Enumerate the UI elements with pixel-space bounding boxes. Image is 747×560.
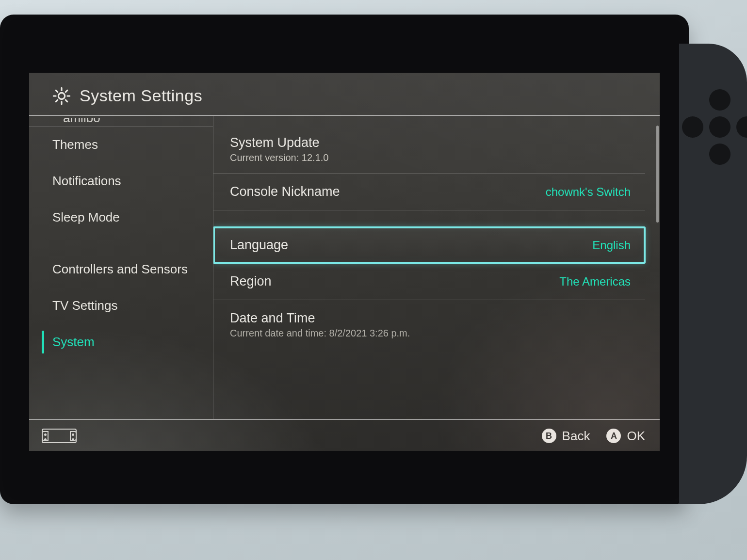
row-system-update-subtext: Current version: 12.1.0 <box>213 152 645 174</box>
header: System Settings <box>29 73 660 116</box>
row-console-nickname[interactable]: Console Nickname chownk's Switch <box>213 174 645 210</box>
main-panel: System Update Current version: 12.1.0 Co… <box>213 116 660 419</box>
row-label: Console Nickname <box>230 184 340 199</box>
scrollbar[interactable] <box>656 126 659 223</box>
footer: B Back A OK <box>29 419 660 451</box>
svg-line-5 <box>56 90 57 92</box>
sidebar-item-system[interactable]: System <box>29 324 213 360</box>
row-label: System Update <box>230 135 320 150</box>
sidebar-item-label: Sleep Mode <box>52 210 120 224</box>
sidebar-item-themes[interactable]: Themes <box>29 127 213 163</box>
svg-point-0 <box>58 93 65 99</box>
row-value: chownk's Switch <box>546 185 631 199</box>
ok-label: OK <box>627 429 645 444</box>
row-label: Date and Time <box>230 311 315 326</box>
ok-button[interactable]: A OK <box>606 429 645 444</box>
sidebar-item-controllers-and-sensors[interactable]: Controllers and Sensors <box>29 251 213 288</box>
sidebar-item-label: System <box>52 335 95 349</box>
back-button[interactable]: B Back <box>542 429 590 444</box>
row-language[interactable]: Language English <box>213 227 645 263</box>
a-button-icon: A <box>606 429 621 443</box>
back-label: Back <box>562 429 590 444</box>
b-button-icon: B <box>542 429 556 443</box>
sidebar-item-sleep-mode[interactable]: Sleep Mode <box>29 199 213 236</box>
sidebar-item-notifications[interactable]: Notifications <box>29 163 213 199</box>
svg-line-8 <box>65 90 67 92</box>
row-value: The Americas <box>559 275 631 288</box>
sidebar-item-tv-settings[interactable]: TV Settings <box>29 288 213 324</box>
row-subtext: Current date and time: 8/2/2021 3:26 p.m… <box>230 328 410 339</box>
row-date-and-time-subtext: Current date and time: 8/2/2021 3:26 p.m… <box>213 328 645 349</box>
sidebar-item-label: Notifications <box>52 174 121 188</box>
joycon-buttons <box>709 116 731 138</box>
row-region[interactable]: Region The Americas <box>213 263 645 300</box>
sidebar: amiibo Themes Notifications Sleep Mode C… <box>29 116 213 419</box>
sidebar-item-label: Themes <box>52 137 98 152</box>
gear-icon <box>52 87 71 105</box>
row-label: Region <box>230 274 272 289</box>
page-title: System Settings <box>80 86 202 105</box>
row-label: Language <box>230 238 288 253</box>
joycon-right <box>679 44 747 504</box>
screen: System Settings amiibo Themes Notificati… <box>29 73 660 451</box>
row-subtext: Current version: 12.1.0 <box>230 152 328 163</box>
device-frame: System Settings amiibo Themes Notificati… <box>0 15 689 504</box>
svg-line-7 <box>56 100 57 101</box>
svg-line-6 <box>65 100 67 101</box>
sidebar-item-label: Controllers and Sensors <box>52 262 188 276</box>
controllers-icon[interactable] <box>42 429 77 443</box>
row-value: English <box>592 239 631 252</box>
sidebar-item-label: TV Settings <box>52 298 117 313</box>
sidebar-item-amiibo-cutoff[interactable]: amiibo <box>29 118 213 127</box>
